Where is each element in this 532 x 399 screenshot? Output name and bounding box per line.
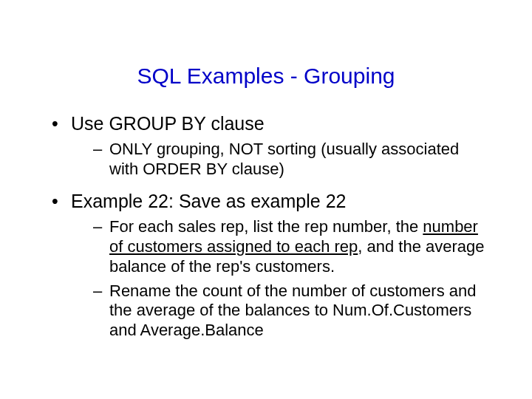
sub-text-pre: For each sales rep, list the rep number,… (109, 217, 423, 236)
sub-list: ONLY grouping, NOT sorting (usually asso… (71, 140, 488, 180)
sub-list: For each sales rep, list the rep number,… (71, 217, 488, 341)
sub-text: ONLY grouping, NOT sorting (usually asso… (109, 140, 459, 178)
sub-item: For each sales rep, list the rep number,… (93, 217, 488, 276)
slide: SQL Examples - Grouping Use GROUP BY cla… (0, 0, 532, 399)
bullet-item: Use GROUP BY clause ONLY grouping, NOT s… (52, 112, 488, 180)
bullet-item: Example 22: Save as example 22 For each … (52, 190, 488, 341)
bullet-list: Use GROUP BY clause ONLY grouping, NOT s… (44, 112, 488, 341)
sub-item: Rename the count of the number of custom… (93, 282, 488, 341)
bullet-text: Use GROUP BY clause (71, 113, 265, 134)
sub-text: Rename the count of the number of custom… (109, 282, 477, 340)
sub-item: ONLY grouping, NOT sorting (usually asso… (93, 140, 488, 180)
slide-title: SQL Examples - Grouping (44, 64, 488, 89)
bullet-text: Example 22: Save as example 22 (71, 191, 346, 211)
